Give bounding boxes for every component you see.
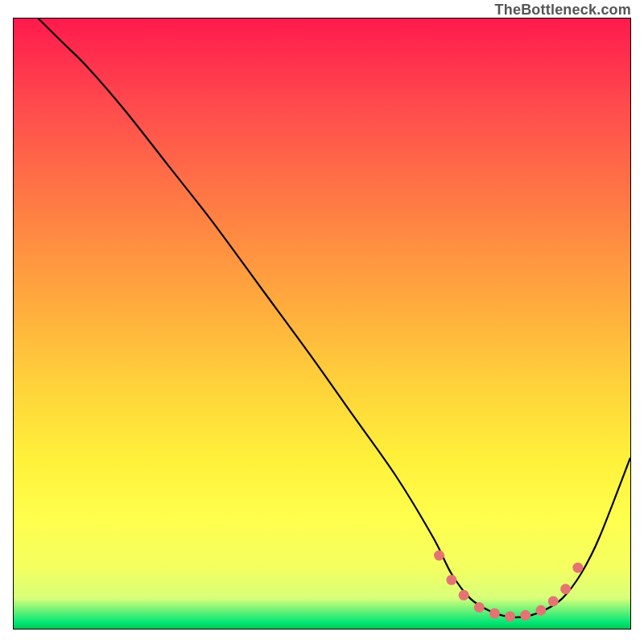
marker-dot bbox=[560, 584, 571, 594]
attribution-label: TheBottleneck.com bbox=[495, 2, 631, 19]
plot-area bbox=[13, 18, 631, 630]
marker-dot bbox=[459, 590, 469, 601]
marker-dot bbox=[446, 575, 456, 585]
bottleneck-curve-path bbox=[39, 19, 630, 617]
marker-dot bbox=[520, 610, 530, 621]
marker-dot bbox=[572, 563, 583, 573]
marker-dot bbox=[535, 605, 546, 616]
marker-dot bbox=[434, 551, 444, 561]
marker-dot bbox=[489, 609, 500, 619]
marker-dot bbox=[505, 611, 515, 621]
marker-dot bbox=[548, 596, 559, 606]
curve-svg bbox=[14, 19, 630, 629]
bottleneck-chart: TheBottleneck.com bbox=[0, 0, 644, 644]
marker-dot bbox=[474, 602, 485, 613]
marker-group bbox=[434, 551, 583, 622]
